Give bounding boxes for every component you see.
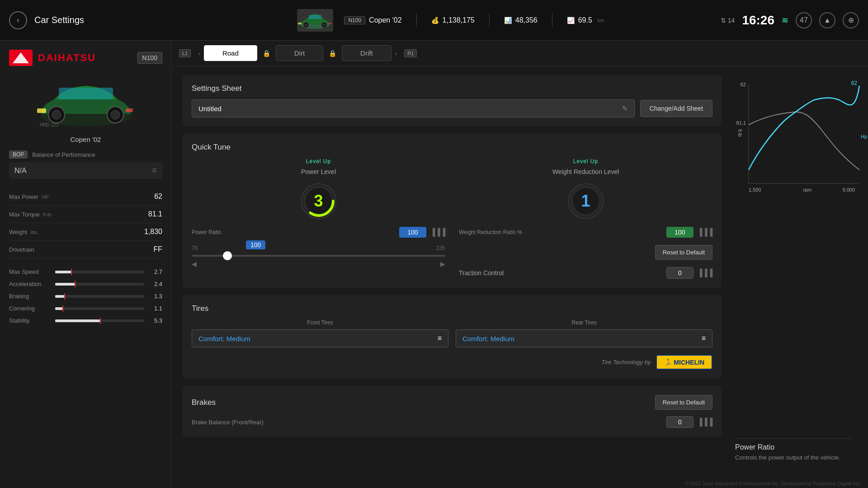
tire-menu-icon: ≡ — [438, 334, 442, 343]
slider-left-arrow[interactable]: ◀ — [192, 260, 197, 267]
perf-label-maxspeed: Max Speed — [9, 268, 50, 275]
sidebar: DAIHATSU N100 HRD 123 — [0, 41, 172, 488]
power-ratio-row: Power Ratio 100 ▐▐▐ — [192, 227, 445, 238]
svg-text:ft-lb: ft-lb — [737, 129, 742, 137]
back-button[interactable]: ‹ — [9, 11, 27, 29]
power-tooltip: 100 — [246, 240, 265, 249]
rear-tire-label: Rear Tires — [456, 319, 712, 326]
right-panel: 62 81.1 1,500 rpm 9,000 62 — [731, 75, 857, 470]
power-dial-value: 3 — [314, 192, 323, 211]
top-bar: ‹ Car Settings N100 Copen '02 — [0, 0, 868, 41]
options-icon[interactable]: ≡ — [152, 166, 157, 175]
rear-tire-col: Rear Tires Comfort: Medium ≡ — [456, 319, 712, 347]
perf-bar-maxspeed — [55, 271, 144, 273]
svg-rect-10 — [59, 88, 113, 99]
top-bar-right: ⇅ 14 16:26 ≋ 47 ▲ ⊕ — [721, 12, 859, 28]
car-model-name: Copen '02 — [9, 136, 162, 143]
distance-group: 📈 69.5 km — [567, 16, 604, 24]
tab-drift[interactable]: Drift — [342, 45, 392, 61]
user-icon: ▲ — [824, 16, 831, 24]
perf-bar-acceleration — [55, 283, 144, 286]
change-sheet-button[interactable]: Change/Add Sheet — [640, 100, 712, 117]
lock-icon-drift: 🔒 — [325, 50, 340, 57]
traction-value[interactable]: 0 — [666, 267, 693, 279]
sheet-name-input[interactable]: Untitled ✎ — [192, 99, 635, 117]
power-ratio-value[interactable]: 100 — [399, 227, 426, 238]
weight-ratio-row: Weight Reduction Ratio % 100 ▐▐▐ — [459, 227, 712, 238]
stat-value-maxpower: 62 — [154, 192, 162, 201]
tab-prev-arrow[interactable]: ‹ — [196, 50, 202, 57]
brakes-row: Brake Balance (Front/Rear) 0 ▐▐▐ — [192, 416, 712, 428]
power-level-up-label: Level Up — [306, 158, 331, 164]
perf-label-stability: Stability — [9, 317, 50, 324]
tab-dirt[interactable]: Dirt — [276, 45, 323, 61]
up-down-icon: ⇅ 14 — [721, 17, 735, 24]
tab-road[interactable]: Road — [204, 45, 257, 61]
bop-badge: BOP — [9, 150, 28, 159]
perf-val-stability: 5.3 — [150, 317, 162, 324]
svg-marker-8 — [13, 52, 29, 63]
perf-row-acceleration: Acceleration 2.4 — [9, 278, 162, 290]
svg-rect-16 — [126, 108, 133, 112]
svg-rect-7 — [329, 23, 331, 24]
car-name-display: Copen '02 — [369, 16, 401, 24]
stat-value-maxtorque: 81.1 — [148, 210, 162, 218]
slider-right-arrow[interactable]: ▶ — [440, 260, 445, 267]
power-level-label: Power Level — [301, 168, 336, 175]
settings-sheet-section: Settings Sheet Untitled ✎ Change/Add She… — [183, 75, 722, 127]
separator — [416, 14, 417, 27]
signal-icon: ≋ — [782, 15, 788, 25]
left-panel: Settings Sheet Untitled ✎ Change/Add She… — [183, 75, 722, 470]
tab-next-arrow[interactable]: › — [393, 50, 399, 57]
stat-row-maxpower: Max Power HP 62 — [9, 188, 162, 206]
weight-ratio-value[interactable]: 100 — [666, 227, 693, 238]
sheet-row: Untitled ✎ Change/Add Sheet — [192, 99, 712, 117]
perf-row-braking: Braking 1.3 — [9, 290, 162, 302]
svg-point-4 — [323, 23, 326, 26]
stats-list: Max Power HP 62 Max Torque ft-lb 81.1 We… — [9, 188, 162, 258]
svg-rect-6 — [298, 23, 302, 24]
power-dial[interactable]: 3 — [298, 181, 339, 221]
power-bar-icon: ▐▐▐ — [430, 228, 445, 236]
traction-bar-icon: ▐▐▐ — [697, 269, 712, 277]
reset-default-button[interactable]: Reset to Default — [655, 245, 712, 260]
tires-grid: Front Tires Comfort: Medium ≡ Rear Tires… — [192, 319, 712, 347]
quick-tune-title: Quick Tune — [192, 143, 712, 152]
traction-label: Traction Control — [459, 269, 504, 277]
brakes-reset-button[interactable]: Reset to Default — [655, 395, 712, 410]
chart-description: Controls the power output of the vehicle… — [735, 454, 853, 461]
profile-icon[interactable]: ▲ — [819, 12, 835, 28]
svg-rect-15 — [37, 108, 46, 113]
menu-icon[interactable]: ⊕ — [843, 12, 859, 28]
weight-dial[interactable]: 1 — [566, 181, 606, 221]
time-display: 16:26 — [742, 13, 774, 28]
power-slider-track[interactable] — [192, 255, 445, 257]
rear-tire-selector[interactable]: Comfort: Medium ≡ — [456, 329, 712, 347]
weight-level-up-label: Level Up — [573, 158, 598, 164]
front-tire-selector[interactable]: Comfort: Medium ≡ — [192, 329, 448, 347]
edit-icon: ✎ — [622, 104, 628, 113]
rear-tire-menu-icon: ≡ — [702, 334, 706, 343]
na-row: N/A ≡ — [9, 162, 162, 179]
michelin-text: 🏃 MICHELIN — [664, 359, 704, 366]
stat-value-drivetrain: FF — [153, 245, 162, 253]
weight-ratio-label: Weight Reduction Ratio % — [459, 229, 663, 235]
stat-label-maxtorque: Max Torque ft-lb — [9, 211, 52, 218]
stat-label-drivetrain: Drivetrain — [9, 246, 34, 253]
na-value: N/A — [14, 167, 27, 175]
menu-dots-icon: ⊕ — [848, 16, 854, 24]
weight-level-column: Level Up Weight Reduction Level 1 — [459, 158, 712, 279]
perf-row-cornering: Cornering 1.1 — [9, 302, 162, 314]
car-image: HRD 123 — [32, 73, 140, 132]
svg-point-2 — [305, 23, 307, 26]
credits-icon: 💰 — [431, 17, 439, 24]
power-slider-thumb[interactable] — [223, 251, 232, 260]
weight-bar-icon: ▐▐▐ — [697, 228, 712, 236]
tab-bar: L1 ‹ Road 🔒 Dirt 🔒 Drift › R1 — [172, 41, 868, 66]
brakes-balance-value[interactable]: 0 — [666, 416, 693, 428]
stat-value-weight: 1,830 — [144, 228, 162, 236]
michelin-row: Tire Technology by 🏃 MICHELIN — [192, 355, 712, 370]
chart-info: Power Ratio Controls the power output of… — [735, 434, 853, 465]
brakes-section: Brakes Reset to Default Brake Balance (F… — [183, 386, 722, 437]
stat-label-maxpower: Max Power HP — [9, 193, 49, 200]
